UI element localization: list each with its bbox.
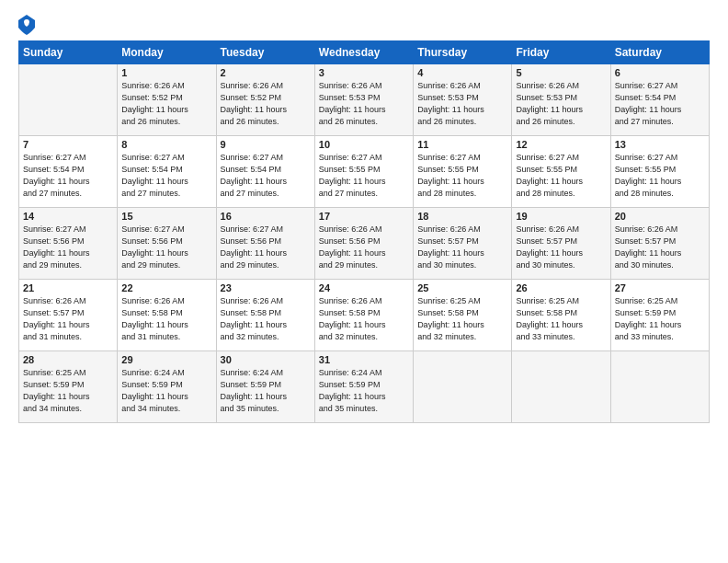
weekday-header-row: SundayMondayTuesdayWednesdayThursdayFrid… <box>19 41 710 64</box>
calendar-page: SundayMondayTuesdayWednesdayThursdayFrid… <box>0 0 728 563</box>
day-info: Sunrise: 6:26 AM Sunset: 5:58 PM Dayligh… <box>319 295 409 343</box>
day-info: Sunrise: 6:26 AM Sunset: 5:57 PM Dayligh… <box>417 224 507 271</box>
calendar-cell: 29Sunrise: 6:24 AM Sunset: 5:59 PM Dayli… <box>118 351 216 423</box>
day-number: 23 <box>221 282 311 293</box>
day-number: 16 <box>221 211 311 222</box>
header <box>18 15 710 35</box>
day-number: 12 <box>516 139 606 150</box>
day-number: 18 <box>417 211 507 222</box>
calendar-cell: 21Sunrise: 6:26 AM Sunset: 5:57 PM Dayli… <box>19 280 118 351</box>
day-number: 3 <box>319 67 409 78</box>
day-number: 8 <box>121 139 211 150</box>
calendar-cell: 19Sunrise: 6:26 AM Sunset: 5:57 PM Dayli… <box>512 208 610 280</box>
day-number: 19 <box>516 211 606 222</box>
calendar-cell: 2Sunrise: 6:26 AM Sunset: 5:52 PM Daylig… <box>216 64 314 136</box>
calendar-cell: 3Sunrise: 6:26 AM Sunset: 5:53 PM Daylig… <box>314 64 413 136</box>
day-number: 5 <box>516 67 606 78</box>
day-info: Sunrise: 6:24 AM Sunset: 5:59 PM Dayligh… <box>121 367 211 415</box>
week-row-5: 28Sunrise: 6:25 AM Sunset: 5:59 PM Dayli… <box>19 351 710 423</box>
day-info: Sunrise: 6:26 AM Sunset: 5:57 PM Dayligh… <box>516 224 606 271</box>
calendar-cell: 28Sunrise: 6:25 AM Sunset: 5:59 PM Dayli… <box>19 351 118 423</box>
weekday-header-friday: Friday <box>512 41 610 64</box>
calendar-cell <box>19 64 118 136</box>
day-number: 10 <box>319 139 409 150</box>
day-info: Sunrise: 6:26 AM Sunset: 5:52 PM Dayligh… <box>221 80 311 128</box>
day-info: Sunrise: 6:26 AM Sunset: 5:58 PM Dayligh… <box>221 295 311 343</box>
day-info: Sunrise: 6:27 AM Sunset: 5:55 PM Dayligh… <box>319 152 409 200</box>
day-number: 4 <box>417 67 507 78</box>
day-info: Sunrise: 6:26 AM Sunset: 5:53 PM Dayligh… <box>319 80 409 128</box>
day-info: Sunrise: 6:25 AM Sunset: 5:59 PM Dayligh… <box>23 367 113 415</box>
day-number: 7 <box>23 139 113 150</box>
weekday-header-sunday: Sunday <box>19 41 118 64</box>
day-info: Sunrise: 6:26 AM Sunset: 5:53 PM Dayligh… <box>417 80 507 128</box>
day-number: 17 <box>319 211 409 222</box>
calendar-cell: 22Sunrise: 6:26 AM Sunset: 5:58 PM Dayli… <box>118 280 216 351</box>
day-info: Sunrise: 6:25 AM Sunset: 5:58 PM Dayligh… <box>516 295 606 343</box>
calendar-cell: 26Sunrise: 6:25 AM Sunset: 5:58 PM Dayli… <box>512 280 610 351</box>
week-row-2: 7Sunrise: 6:27 AM Sunset: 5:54 PM Daylig… <box>19 136 710 208</box>
calendar-cell: 31Sunrise: 6:24 AM Sunset: 5:59 PM Dayli… <box>314 351 413 423</box>
day-number: 20 <box>615 211 705 222</box>
calendar-cell <box>414 351 512 423</box>
day-info: Sunrise: 6:26 AM Sunset: 5:57 PM Dayligh… <box>615 224 705 271</box>
day-number: 1 <box>121 67 211 78</box>
day-info: Sunrise: 6:24 AM Sunset: 5:59 PM Dayligh… <box>319 367 409 415</box>
calendar-cell: 13Sunrise: 6:27 AM Sunset: 5:55 PM Dayli… <box>610 136 709 208</box>
day-number: 30 <box>221 354 311 365</box>
calendar-cell: 23Sunrise: 6:26 AM Sunset: 5:58 PM Dayli… <box>216 280 314 351</box>
week-row-3: 14Sunrise: 6:27 AM Sunset: 5:56 PM Dayli… <box>19 208 710 280</box>
calendar-cell: 18Sunrise: 6:26 AM Sunset: 5:57 PM Dayli… <box>414 208 512 280</box>
week-row-1: 1Sunrise: 6:26 AM Sunset: 5:52 PM Daylig… <box>19 64 710 136</box>
day-info: Sunrise: 6:27 AM Sunset: 5:55 PM Dayligh… <box>516 152 606 200</box>
calendar-cell: 15Sunrise: 6:27 AM Sunset: 5:56 PM Dayli… <box>118 208 216 280</box>
day-info: Sunrise: 6:27 AM Sunset: 5:55 PM Dayligh… <box>615 152 705 200</box>
calendar-cell: 1Sunrise: 6:26 AM Sunset: 5:52 PM Daylig… <box>118 64 216 136</box>
calendar-cell: 27Sunrise: 6:25 AM Sunset: 5:59 PM Dayli… <box>610 280 709 351</box>
calendar-cell: 17Sunrise: 6:26 AM Sunset: 5:56 PM Dayli… <box>314 208 413 280</box>
calendar-cell <box>512 351 610 423</box>
weekday-header-wednesday: Wednesday <box>314 41 413 64</box>
day-number: 29 <box>121 354 211 365</box>
day-info: Sunrise: 6:26 AM Sunset: 5:53 PM Dayligh… <box>516 80 606 128</box>
weekday-header-monday: Monday <box>118 41 216 64</box>
calendar-cell: 7Sunrise: 6:27 AM Sunset: 5:54 PM Daylig… <box>19 136 118 208</box>
calendar-cell: 4Sunrise: 6:26 AM Sunset: 5:53 PM Daylig… <box>414 64 512 136</box>
calendar-cell: 6Sunrise: 6:27 AM Sunset: 5:54 PM Daylig… <box>610 64 709 136</box>
day-info: Sunrise: 6:27 AM Sunset: 5:54 PM Dayligh… <box>221 152 311 200</box>
calendar-table: SundayMondayTuesdayWednesdayThursdayFrid… <box>18 40 710 423</box>
day-number: 28 <box>23 354 113 365</box>
day-number: 27 <box>615 282 705 293</box>
day-info: Sunrise: 6:27 AM Sunset: 5:56 PM Dayligh… <box>221 224 311 271</box>
calendar-cell: 24Sunrise: 6:26 AM Sunset: 5:58 PM Dayli… <box>314 280 413 351</box>
logo <box>18 15 39 35</box>
calendar-cell: 25Sunrise: 6:25 AM Sunset: 5:58 PM Dayli… <box>414 280 512 351</box>
calendar-cell: 12Sunrise: 6:27 AM Sunset: 5:55 PM Dayli… <box>512 136 610 208</box>
calendar-cell: 20Sunrise: 6:26 AM Sunset: 5:57 PM Dayli… <box>610 208 709 280</box>
day-number: 14 <box>23 211 113 222</box>
day-info: Sunrise: 6:27 AM Sunset: 5:54 PM Dayligh… <box>121 152 211 200</box>
logo-icon <box>18 15 35 35</box>
day-number: 6 <box>615 67 705 78</box>
calendar-cell: 8Sunrise: 6:27 AM Sunset: 5:54 PM Daylig… <box>118 136 216 208</box>
week-row-4: 21Sunrise: 6:26 AM Sunset: 5:57 PM Dayli… <box>19 280 710 351</box>
day-number: 31 <box>319 354 409 365</box>
calendar-cell: 14Sunrise: 6:27 AM Sunset: 5:56 PM Dayli… <box>19 208 118 280</box>
day-info: Sunrise: 6:27 AM Sunset: 5:56 PM Dayligh… <box>23 224 113 271</box>
calendar-cell: 5Sunrise: 6:26 AM Sunset: 5:53 PM Daylig… <box>512 64 610 136</box>
day-info: Sunrise: 6:27 AM Sunset: 5:54 PM Dayligh… <box>615 80 705 128</box>
day-info: Sunrise: 6:27 AM Sunset: 5:56 PM Dayligh… <box>121 224 211 271</box>
weekday-header-saturday: Saturday <box>610 41 709 64</box>
day-info: Sunrise: 6:25 AM Sunset: 5:58 PM Dayligh… <box>417 295 507 343</box>
day-info: Sunrise: 6:25 AM Sunset: 5:59 PM Dayligh… <box>615 295 705 343</box>
calendar-cell: 9Sunrise: 6:27 AM Sunset: 5:54 PM Daylig… <box>216 136 314 208</box>
day-number: 21 <box>23 282 113 293</box>
weekday-header-thursday: Thursday <box>414 41 512 64</box>
day-number: 25 <box>417 282 507 293</box>
calendar-cell <box>610 351 709 423</box>
day-number: 2 <box>221 67 311 78</box>
day-info: Sunrise: 6:24 AM Sunset: 5:59 PM Dayligh… <box>221 367 311 415</box>
day-info: Sunrise: 6:27 AM Sunset: 5:55 PM Dayligh… <box>417 152 507 200</box>
day-info: Sunrise: 6:26 AM Sunset: 5:58 PM Dayligh… <box>121 295 211 343</box>
day-number: 22 <box>121 282 211 293</box>
